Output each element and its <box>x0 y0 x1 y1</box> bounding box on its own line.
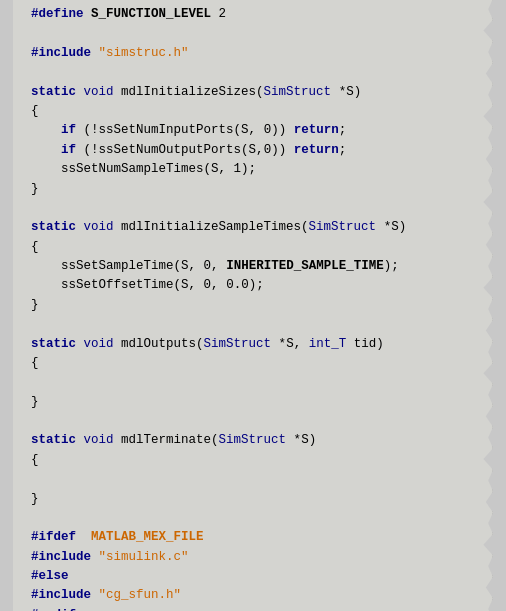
line-brace-7: { <box>31 453 39 467</box>
line-else-1: #else <box>31 569 69 583</box>
line-include-1: #include "simstruc.h" <box>31 46 189 60</box>
line-brace-8: } <box>31 492 39 506</box>
line-brace-4: } <box>31 298 39 312</box>
line-func-3: static void mdlOutputs(SimStruct *S, int… <box>31 337 384 351</box>
line-brace-1: { <box>31 104 39 118</box>
line-code-2: if (!ssSetNumOutputPorts(S,0)) return; <box>31 143 346 157</box>
line-func-4: static void mdlTerminate(SimStruct *S) <box>31 433 316 447</box>
line-include-3: #include "cg_sfun.h" <box>31 588 181 602</box>
code-editor: #define S_FUNCTION_NAME sendTweet #defin… <box>13 0 493 611</box>
line-define-2: #define S_FUNCTION_LEVEL 2 <box>31 7 226 21</box>
line-ifdef-1: #ifdef MATLAB_MEX_FILE <box>31 530 204 544</box>
line-brace-5: { <box>31 356 39 370</box>
line-code-5: ssSetOffsetTime(S, 0, 0.0); <box>31 278 264 292</box>
line-code-3: ssSetNumSampleTimes(S, 1); <box>31 162 256 176</box>
line-func-2: static void mdlInitializeSampleTimes(Sim… <box>31 220 406 234</box>
line-blank-1 <box>31 375 39 389</box>
line-brace-6: } <box>31 395 39 409</box>
line-include-2: #include "simulink.c" <box>31 550 189 564</box>
line-blank-2 <box>31 472 39 486</box>
line-code-1: if (!ssSetNumInputPorts(S, 0)) return; <box>31 123 346 137</box>
code-content: #define S_FUNCTION_NAME sendTweet #defin… <box>31 0 473 611</box>
line-brace-3: { <box>31 240 39 254</box>
line-code-4: ssSetSampleTime(S, 0, INHERITED_SAMPLE_T… <box>31 259 399 273</box>
line-define-1: #define S_FUNCTION_NAME sendTweet <box>31 0 286 2</box>
line-brace-2: } <box>31 182 39 196</box>
line-func-1: static void mdlInitializeSizes(SimStruct… <box>31 85 361 99</box>
